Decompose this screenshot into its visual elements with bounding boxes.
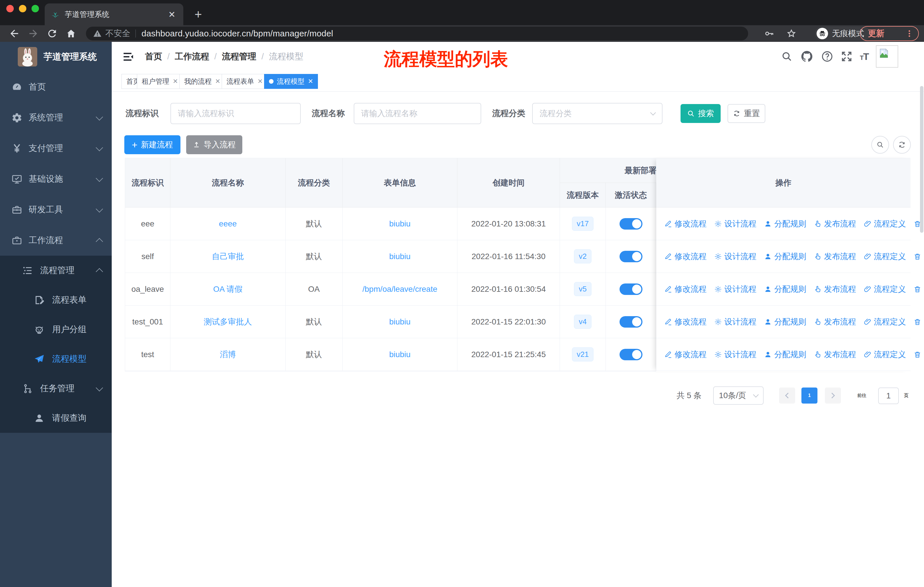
github-icon[interactable] <box>800 50 813 63</box>
process-name-input[interactable] <box>354 103 481 124</box>
form-info-link[interactable]: biubiu <box>389 252 411 261</box>
modify-process-action[interactable]: 修改流程 <box>664 284 706 294</box>
browser-scrollbar[interactable] <box>920 86 924 233</box>
process-definition-action[interactable]: 流程定义 <box>864 218 906 229</box>
active-toggle[interactable] <box>620 251 642 262</box>
version-badge[interactable]: v21 <box>572 347 594 361</box>
process-name-link[interactable]: OA 请假 <box>213 284 243 294</box>
process-name-link[interactable]: 自己审批 <box>212 251 244 262</box>
close-icon[interactable]: ✕ <box>173 78 178 85</box>
sidebar-item-task-mgmt[interactable]: 任务管理 <box>0 374 112 403</box>
sidebar-item-user-group[interactable]: 用户分组 <box>0 315 112 344</box>
sidebar-item-process-model[interactable]: 流程模型 <box>0 344 112 374</box>
sidebar-item-devtools[interactable]: 研发工具 <box>0 194 112 225</box>
forward-icon[interactable] <box>28 28 39 39</box>
process-definition-action[interactable]: 流程定义 <box>864 349 906 360</box>
version-badge[interactable]: v4 <box>574 315 591 329</box>
process-definition-action[interactable]: 流程定义 <box>864 251 906 262</box>
show-search-toggle-button[interactable] <box>871 136 889 154</box>
sidebar-item-infra[interactable]: 基础设施 <box>0 164 112 194</box>
active-toggle[interactable] <box>620 316 642 327</box>
help-icon[interactable] <box>821 50 833 63</box>
fullscreen-icon[interactable] <box>840 50 853 63</box>
version-badge[interactable]: v17 <box>572 217 594 231</box>
delete-action[interactable]: 删除 <box>913 284 924 294</box>
prev-page-button[interactable] <box>779 387 795 403</box>
design-process-action[interactable]: 设计流程 <box>714 316 756 327</box>
assign-rule-action[interactable]: 分配规则 <box>764 218 806 229</box>
sidebar-item-system[interactable]: 系统管理 <box>0 103 112 133</box>
sidebar-item-payment[interactable]: 支付管理 <box>0 133 112 164</box>
update-button[interactable]: 更新 <box>860 26 919 41</box>
close-icon[interactable]: ✕ <box>215 78 220 85</box>
tag-my-process[interactable]: 我的流程✕ <box>179 74 225 89</box>
version-badge[interactable]: v2 <box>574 250 591 263</box>
deploy-process-action[interactable]: 发布流程 <box>814 218 856 229</box>
form-info-link[interactable]: /bpm/oa/leave/create <box>362 284 437 294</box>
sidebar-item-leave-query[interactable]: 请假查询 <box>0 403 112 433</box>
modify-process-action[interactable]: 修改流程 <box>664 349 706 360</box>
sidebar-item-process-form[interactable]: 流程表单 <box>0 285 112 315</box>
design-process-action[interactable]: 设计流程 <box>714 349 756 360</box>
sidebar-item-workflow[interactable]: 工作流程 <box>0 225 112 256</box>
url-bar[interactable]: 不安全 dashboard.yudao.iocoder.cn/bpm/manag… <box>86 26 748 40</box>
active-toggle[interactable] <box>620 283 642 295</box>
search-button[interactable]: 搜索 <box>681 104 721 123</box>
deploy-process-action[interactable]: 发布流程 <box>814 251 856 262</box>
modify-process-action[interactable]: 修改流程 <box>664 316 706 327</box>
traffic-light-close[interactable] <box>6 5 14 12</box>
tab-close-icon[interactable]: ✕ <box>166 10 178 20</box>
goto-page-input[interactable] <box>878 387 899 404</box>
create-process-button[interactable]: + 新建流程 <box>124 135 180 154</box>
process-definition-action[interactable]: 流程定义 <box>864 284 906 294</box>
form-info-link[interactable]: biubiu <box>389 317 411 326</box>
reset-button[interactable]: 重置 <box>728 104 765 123</box>
delete-action[interactable]: 删除 <box>913 316 924 327</box>
design-process-action[interactable]: 设计流程 <box>714 218 756 229</box>
active-toggle[interactable] <box>620 349 642 360</box>
import-process-button[interactable]: 导入流程 <box>186 135 242 154</box>
assign-rule-action[interactable]: 分配规则 <box>764 349 806 360</box>
sidebar-fold-icon[interactable] <box>122 50 135 63</box>
form-info-link[interactable]: biubiu <box>389 350 411 359</box>
breadcrumb-workflow[interactable]: 工作流程 <box>175 51 209 63</box>
design-process-action[interactable]: 设计流程 <box>714 251 756 262</box>
browser-menu-icon[interactable] <box>905 29 914 38</box>
breadcrumb-process-mgmt[interactable]: 流程管理 <box>222 51 256 63</box>
reload-icon[interactable] <box>46 28 58 39</box>
modify-process-action[interactable]: 修改流程 <box>664 251 706 262</box>
bookmark-star-icon[interactable] <box>786 28 797 39</box>
key-icon[interactable] <box>764 28 774 39</box>
font-size-icon[interactable]: TT <box>860 51 868 62</box>
sidebar-item-home[interactable]: 首页 <box>0 72 112 103</box>
traffic-light-minimize[interactable] <box>19 5 26 12</box>
avatar[interactable] <box>876 45 898 68</box>
tag-process-model[interactable]: 流程模型✕ <box>264 74 318 89</box>
delete-action[interactable]: 删除 <box>913 251 924 262</box>
breadcrumb-home[interactable]: 首页 <box>145 51 162 63</box>
close-icon[interactable]: ✕ <box>257 78 262 85</box>
new-tab-button[interactable]: + <box>190 6 206 22</box>
category-select[interactable]: 流程分类 <box>532 103 663 124</box>
page-number-1[interactable]: 1 <box>802 387 817 403</box>
modify-process-action[interactable]: 修改流程 <box>664 218 706 229</box>
active-toggle[interactable] <box>620 218 642 230</box>
next-page-button[interactable] <box>825 387 841 403</box>
page-size-select[interactable]: 10条/页 <box>713 386 764 405</box>
process-name-link[interactable]: 测试多审批人 <box>204 316 252 327</box>
sidebar-item-process-mgmt[interactable]: 流程管理 <box>0 256 112 285</box>
close-icon[interactable]: ✕ <box>308 78 313 85</box>
back-icon[interactable] <box>8 28 20 39</box>
process-key-input[interactable] <box>170 103 301 124</box>
tag-process-form[interactable]: 流程表单✕ <box>222 74 267 89</box>
traffic-light-zoom[interactable] <box>31 5 39 12</box>
deploy-process-action[interactable]: 发布流程 <box>814 316 856 327</box>
assign-rule-action[interactable]: 分配规则 <box>764 284 806 294</box>
design-process-action[interactable]: 设计流程 <box>714 284 756 294</box>
search-icon[interactable] <box>781 50 793 63</box>
process-name-link[interactable]: eeee <box>219 219 237 228</box>
browser-tab[interactable]: 芋道管理系统 ✕ <box>45 3 183 25</box>
assign-rule-action[interactable]: 分配规则 <box>764 316 806 327</box>
assign-rule-action[interactable]: 分配规则 <box>764 251 806 262</box>
process-definition-action[interactable]: 流程定义 <box>864 316 906 327</box>
